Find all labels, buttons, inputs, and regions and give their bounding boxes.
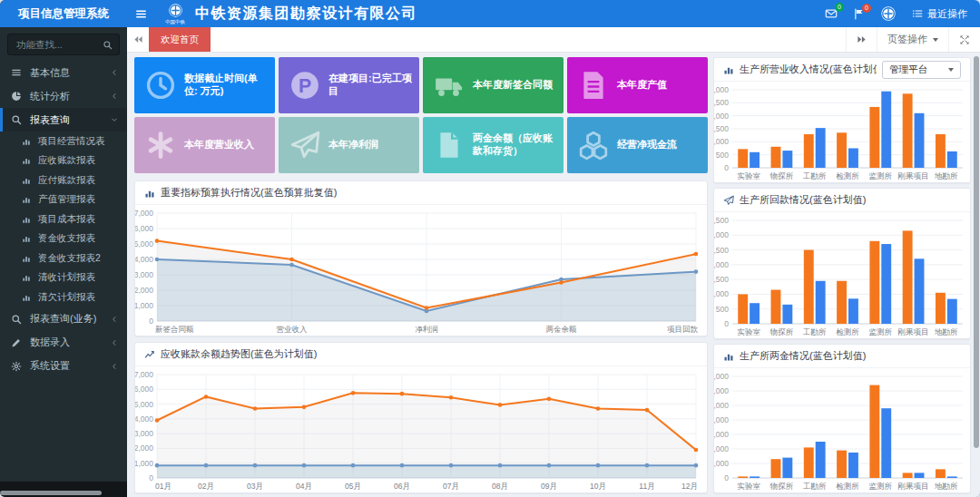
svg-text:6,000: 6,000 (714, 386, 729, 395)
sidebar-item-label: 资金收支报表 (38, 232, 95, 245)
svg-text:01月: 01月 (155, 482, 172, 491)
svg-text:5,000: 5,000 (135, 400, 153, 409)
sidebar-menu: 基本信息统计分析报表查询项目经营情况表应收账款报表应付账款报表产值管理报表项目成… (0, 61, 127, 378)
bar-chart-icon (22, 273, 34, 282)
gear-icon (11, 361, 24, 372)
sidebar-item-label: 清收计划报表 (38, 271, 95, 284)
mail-icon[interactable]: 0 (825, 7, 838, 20)
svg-text:1,000: 1,000 (135, 301, 153, 310)
flag-icon[interactable]: 0 (853, 8, 865, 20)
truck-icon (434, 70, 465, 101)
panel-title: 生产所回款情况(蓝色计划值) (740, 193, 866, 207)
chevron-down-icon (948, 68, 954, 72)
tab-welcome-home[interactable]: 欢迎首页 (149, 27, 211, 52)
search-icon[interactable] (103, 40, 113, 50)
chevron-left-icon (110, 68, 119, 77)
svg-text:2,500: 2,500 (714, 246, 729, 255)
bar-chart-icon (22, 137, 34, 146)
stat-tile-6: 两金余额（应收账款和存货） (423, 117, 564, 173)
crec-logo-small-icon[interactable] (880, 5, 897, 22)
sidebar-subitem-3[interactable]: 项目经营情况表 (0, 132, 127, 151)
panel-institute-collections: 生产所回款情况(蓝色计划值) 05001,0001,5002,0002,5003… (713, 188, 971, 339)
svg-text:5,000: 5,000 (714, 401, 729, 410)
recent-operations-button[interactable]: 最近操作 (912, 7, 967, 21)
sidebar-subitem-7[interactable]: 项目成本报表 (0, 210, 127, 229)
sidebar-subitem-10[interactable]: 清收计划报表 (0, 268, 127, 288)
bar-chart-icon (723, 351, 734, 362)
stat-tile-label: 本年度产值 (617, 79, 667, 92)
bar-chart-icon (22, 254, 34, 263)
svg-text:1,000: 1,000 (714, 137, 729, 146)
svg-text:500: 500 (716, 151, 729, 160)
sidebar-item-0[interactable]: 基本信息 (0, 61, 127, 84)
trend-line-icon (144, 349, 155, 360)
svg-text:地勘所: 地勘所 (934, 171, 958, 180)
app-title: 项目信息管理系统 (0, 0, 127, 27)
svg-text:7,000: 7,000 (714, 372, 729, 381)
horizontal-scrollbar[interactable] (0, 491, 102, 495)
company-title: 中铁资源集团勘察设计有限公司 (195, 5, 417, 24)
bar-chart-icon (22, 195, 34, 204)
chevron-left-icon (110, 315, 119, 324)
sidebar-toggle-icon[interactable] (134, 7, 148, 21)
svg-text:6,000: 6,000 (135, 224, 153, 233)
sidebar-subitem-4[interactable]: 应收账款报表 (0, 151, 127, 171)
chevron-left-icon (110, 362, 119, 371)
clock-icon (145, 70, 176, 101)
stat-tile-label: 两金余额（应收账款和存货） (473, 132, 556, 158)
sidebar-item-1[interactable]: 统计分析 (0, 84, 127, 108)
platform-select[interactable]: 管理平台 (882, 61, 961, 79)
sidebar-item-label: 产值管理报表 (38, 193, 95, 206)
pie-chart-icon (11, 91, 24, 102)
search-input[interactable] (15, 38, 103, 51)
stat-tile-label: 经营净现金流 (617, 139, 677, 151)
sidebar-item-label: 资金收支报表2 (38, 252, 101, 265)
svg-text:1,500: 1,500 (714, 275, 729, 284)
tabs-scroll-right-icon[interactable] (846, 27, 877, 52)
svg-text:1,000: 1,000 (135, 459, 153, 468)
sidebar-item-12[interactable]: 报表查询(业务) (0, 307, 127, 331)
svg-text:项目回款: 项目回款 (667, 325, 699, 334)
svg-text:监测所: 监测所 (869, 171, 893, 180)
sidebar-item-14[interactable]: 系统设置 (0, 355, 127, 378)
list-icon (912, 8, 923, 19)
stat-tile-0: 数据截止时间(单位: 万元) (134, 57, 275, 113)
svg-text:检测所: 检测所 (836, 482, 859, 491)
svg-text:物探所: 物探所 (769, 171, 794, 180)
tab-operations-label: 页签操作 (887, 33, 927, 46)
chevron-left-icon (110, 338, 119, 347)
paper-plane-icon (289, 130, 320, 161)
sidebar-subitem-11[interactable]: 清欠计划报表 (0, 287, 127, 307)
fullscreen-icon[interactable] (948, 27, 980, 52)
svg-text:刚果项目: 刚果项目 (898, 482, 929, 491)
svg-text:工勘所: 工勘所 (802, 482, 827, 491)
stat-tile-4: 本年度营业收入 (134, 117, 275, 173)
line-chart-receivables: 01,0002,0003,0004,0005,0006,0007,00001月0… (135, 366, 707, 492)
sidebar-item-13[interactable]: 数据录入 (0, 331, 127, 355)
sidebar-subitem-9[interactable]: 资金收支报表2 (0, 248, 127, 268)
svg-text:09月: 09月 (541, 482, 557, 491)
sidebar-subitem-6[interactable]: 产值管理报表 (0, 190, 127, 210)
svg-text:P: P (299, 75, 311, 97)
svg-text:实验室: 实验室 (737, 327, 760, 336)
stat-tile-3: 本年度产值 (567, 57, 708, 113)
search-icon (11, 114, 24, 125)
stat-tile-label: 在建项目:已完工项目 (328, 73, 412, 98)
sidebar-item-label: 项目经营情况表 (38, 135, 105, 148)
svg-text:物探所: 物探所 (769, 482, 794, 491)
sidebar-item-2[interactable]: 报表查询 (0, 108, 127, 132)
sidebar-subitem-5[interactable]: 应付账款报表 (0, 171, 127, 190)
sidebar: 项目信息管理系统 基本信息统计分析报表查询项目经营情况表应收账款报表应付账款报表… (0, 0, 127, 497)
tabs-scroll-left-icon[interactable] (127, 34, 149, 44)
stat-tiles: 数据截止时间(单位: 万元)P在建项目:已完工项目本年度新签合同额本年度产值本年… (134, 57, 708, 173)
sidebar-subitem-8[interactable]: 资金收支报表 (0, 229, 127, 249)
panel-institute-two-funds: 生产所两金情况(蓝色计划值) 01,0002,0003,0004,0005,00… (713, 344, 971, 493)
sidebar-item-label: 数据录入 (30, 336, 110, 349)
vertical-scrollbar[interactable] (974, 56, 979, 490)
svg-text:07月: 07月 (443, 482, 459, 491)
tab-bar: 欢迎首页 页签操作 (127, 27, 980, 53)
tab-operations-dropdown[interactable]: 页签操作 (877, 27, 948, 52)
flag-badge: 0 (862, 4, 871, 13)
svg-text:工勘所: 工勘所 (802, 327, 827, 336)
parking-icon: P (289, 70, 320, 101)
